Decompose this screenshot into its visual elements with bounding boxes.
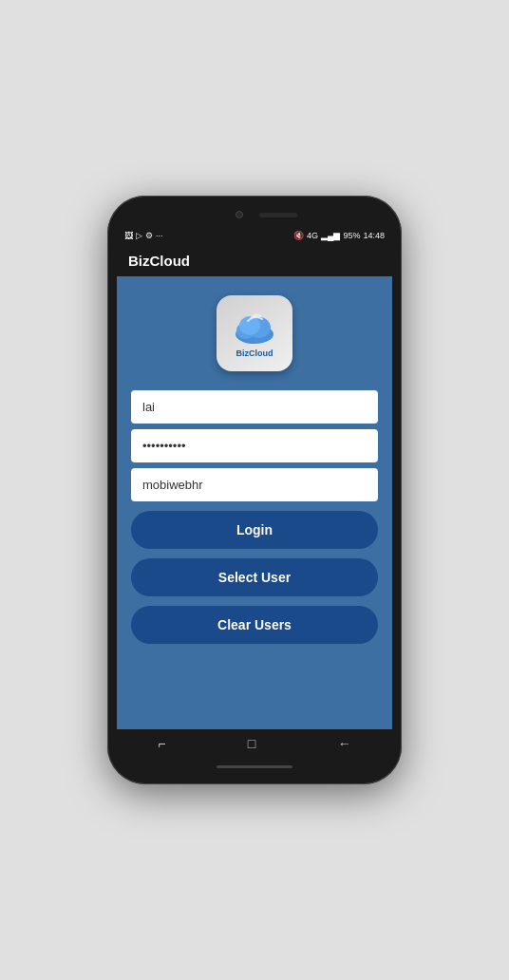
time-display: 14:48 <box>363 231 385 240</box>
app-logo: BizCloud <box>217 295 292 371</box>
back-nav-icon[interactable]: ⌐ <box>158 736 165 751</box>
home-nav-icon[interactable]: □ <box>248 736 255 751</box>
clear-users-button[interactable]: Clear Users <box>131 606 378 644</box>
select-user-button[interactable]: Select User <box>131 558 378 596</box>
speaker <box>259 213 297 217</box>
app-content: BizCloud Login Select User Clear Users <box>117 276 392 729</box>
image-status-icon: 🖼 <box>124 231 133 240</box>
username-input[interactable] <box>131 390 378 424</box>
logo-label: BizCloud <box>236 349 273 358</box>
login-form: Login Select User Clear Users <box>131 390 378 644</box>
login-button[interactable]: Login <box>131 511 378 549</box>
recent-nav-icon[interactable]: ← <box>338 736 351 751</box>
network-indicator: 4G <box>307 231 318 240</box>
app-title: BizCloud <box>128 253 190 269</box>
phone-frame: 🖼 ▷ ⚙ ··· 🔇 4G ▂▄▆ 95% 14:48 BizCloud <box>107 196 402 784</box>
phone-screen: 🖼 ▷ ⚙ ··· 🔇 4G ▂▄▆ 95% 14:48 BizCloud <box>117 226 392 758</box>
battery-text: 95% <box>343 231 360 240</box>
phone-top-bar <box>117 205 392 226</box>
mute-icon: 🔇 <box>293 231 304 240</box>
status-left-icons: 🖼 ▷ ⚙ ··· <box>124 231 163 240</box>
dots-status-icon: ··· <box>156 231 163 240</box>
phone-chin <box>117 758 392 775</box>
camera-dot <box>236 211 243 218</box>
signal-icon: ▂▄▆ <box>321 231 340 240</box>
server-input[interactable] <box>131 468 378 501</box>
bottom-nav-bar: ⌐ □ ← <box>117 729 392 758</box>
person-status-icon: ⚙ <box>145 231 153 240</box>
cloud-svg <box>229 310 281 348</box>
app-bar: BizCloud <box>117 245 392 276</box>
status-right-info: 🔇 4G ▂▄▆ 95% 14:48 <box>293 231 385 240</box>
status-bar: 🖼 ▷ ⚙ ··· 🔇 4G ▂▄▆ 95% 14:48 <box>117 226 392 245</box>
password-input[interactable] <box>131 429 378 462</box>
home-indicator <box>217 765 292 768</box>
play-status-icon: ▷ <box>136 231 142 240</box>
